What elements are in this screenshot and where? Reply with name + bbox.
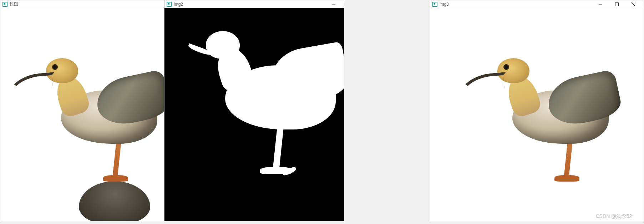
- bird-photo: [7, 40, 164, 190]
- window-title: img2: [174, 2, 325, 7]
- window-title: 原图: [10, 1, 162, 7]
- titlebar[interactable]: img2: [164, 0, 344, 8]
- svg-rect-6: [434, 3, 435, 4]
- watermark: CSDN @浅念52: [594, 213, 633, 220]
- minimize-button[interactable]: [592, 0, 609, 8]
- original-image: [0, 8, 164, 221]
- image-viewport: [0, 8, 164, 221]
- minimize-button[interactable]: [325, 0, 342, 8]
- svg-rect-3: [168, 3, 169, 4]
- result-image: [430, 8, 644, 221]
- maximize-button[interactable]: [609, 0, 625, 8]
- image-viewport: [164, 8, 344, 221]
- window-controls: [325, 0, 342, 8]
- bird-extracted: [459, 40, 616, 190]
- titlebar[interactable]: img3: [430, 0, 644, 8]
- close-button[interactable]: [625, 0, 642, 8]
- window-title: img3: [440, 2, 592, 7]
- titlebar[interactable]: 原图: [0, 0, 164, 8]
- window-img2: img2: [164, 0, 344, 221]
- mask-image: [164, 8, 344, 221]
- app-icon: [2, 2, 7, 7]
- window-controls: [592, 0, 642, 8]
- image-viewport: [430, 8, 644, 221]
- window-original: 原图: [0, 0, 164, 221]
- window-img3: img3: [430, 0, 644, 221]
- svg-rect-8: [615, 2, 619, 6]
- svg-rect-1: [4, 3, 5, 4]
- app-icon: [432, 2, 437, 7]
- app-icon: [167, 2, 172, 7]
